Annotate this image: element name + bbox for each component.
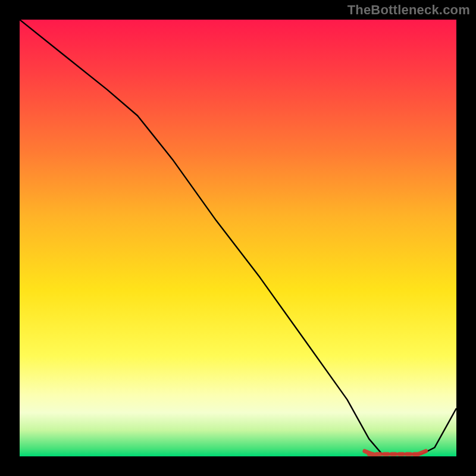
attribution-text: TheBottleneck.com [347, 2, 470, 18]
plot-area [20, 20, 456, 456]
bottleneck-curve [20, 20, 456, 454]
svg-line-8 [415, 451, 425, 455]
chart-container: TheBottleneck.com [0, 0, 476, 476]
svg-line-7 [365, 451, 375, 455]
optimum-marker [365, 451, 426, 455]
chart-svg [20, 20, 456, 456]
